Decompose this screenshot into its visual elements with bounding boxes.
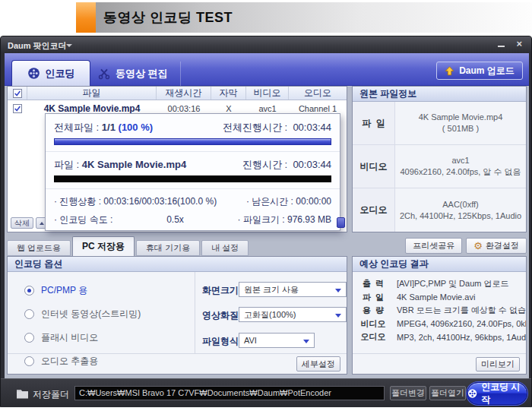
tab-video-edit-label: 동영상 편집 xyxy=(116,67,168,81)
column-duration[interactable]: 재생시간 xyxy=(157,87,211,100)
file-row-video: avc1 xyxy=(246,104,289,113)
column-audio[interactable]: 오디오 xyxy=(289,87,347,100)
upload-arrow-icon xyxy=(445,66,454,76)
preset-share-button[interactable]: 프리셋공유 xyxy=(405,238,462,254)
daum-upload-label: Daum 업로드 xyxy=(459,65,515,77)
preset-tab-pc-save[interactable]: PC 저장용 xyxy=(72,236,135,256)
source-info-row-video: 비디오 avc14096x2160, 24.00fps, 알 수 없음 xyxy=(353,145,526,188)
film-reel-icon xyxy=(27,67,40,80)
select-all-checkbox[interactable] xyxy=(13,89,22,98)
gear-icon: ⚙ xyxy=(473,241,483,251)
preset-tab-mobile[interactable]: 휴대 기기용 xyxy=(136,240,200,256)
screen-size-select[interactable]: 원본 크기 사용 xyxy=(239,282,347,297)
radio-pc-pmp[interactable]: PC/PMP 용 xyxy=(24,284,195,297)
source-video-value: avc14096x2160, 24.00fps, 알 수 없음 xyxy=(395,145,526,188)
start-encoding-label: 인코딩 시작 xyxy=(481,381,527,406)
column-subtitle[interactable]: 자막 xyxy=(211,87,246,100)
file-row-audio: Channel 1 xyxy=(289,104,347,113)
encoding-options-panel: 인코딩 옵션 PC/PMP 용 인터넷 동영상(스트리밍) xyxy=(7,256,347,375)
content-area: 파일 재생시간 자막 비디오 오디오 4K Sample Movie.mp xyxy=(5,86,529,378)
radio-internet-streaming[interactable]: 인터넷 동영상(스트리밍) xyxy=(24,308,195,321)
page-banner: 동영상 인코딩 TEST xyxy=(76,2,532,33)
source-file-value: 4K Sample Movie.mp4( 501MB ) xyxy=(395,102,526,144)
total-progress-bar xyxy=(54,138,331,145)
screenshot-root: 동영상 인코딩 TEST Daum 팟인코더 × 인코딩 xyxy=(0,0,532,411)
file-list-header: 파일 재생시간 자막 비디오 오디오 xyxy=(8,87,347,100)
time-remaining: · 남은시간 : 00:00:00 xyxy=(246,195,331,208)
preset-tab-web-upload[interactable]: 웹 업로드용 xyxy=(7,240,71,256)
result-row-audio: 오디오 MP3, 2ch, 44100Hz, 96kbps, 1Audio xyxy=(353,330,526,344)
file-row-subtitle: X xyxy=(211,104,246,113)
format-select[interactable]: AVI xyxy=(239,333,315,348)
daum-upload-button[interactable]: Daum 업로드 xyxy=(436,62,523,80)
encode-speed-value: 0.5x xyxy=(112,214,237,225)
dropdown-arrow-icon xyxy=(303,340,309,343)
radio-icon xyxy=(24,286,34,296)
encoding-options-title: 인코딩 옵션 xyxy=(8,257,347,272)
radio-icon xyxy=(24,333,34,343)
result-row-file: 파 일 4K Sample Movie.avi xyxy=(353,291,526,305)
select-all-cell xyxy=(8,87,27,100)
save-path-input[interactable]: C:₩Users₩MSI Bravo 17 C7VF₩Documents₩Dau… xyxy=(74,386,385,400)
window-title: Daum 팟인코더 xyxy=(8,40,67,52)
encode-speed-label: · 인코딩 속도 : xyxy=(54,213,112,226)
preset-tab-strip: 웹 업로드용 PC 저장용 휴대 기기용 내 설정 프리셋공유 ⚙ 환경설정 xyxy=(7,236,527,256)
source-info-title: 원본 파일정보 xyxy=(353,87,526,102)
tab-encoding-label: 인코딩 xyxy=(46,67,75,81)
folder-icon xyxy=(16,388,29,399)
result-row-video: 비디오 MPEG4, 4096x2160, 24.00Fps, 0kbps xyxy=(353,318,526,331)
file-row-checkbox[interactable] xyxy=(13,104,22,113)
scissors-icon xyxy=(98,68,110,80)
main-tab-bar: 인코딩 동영상 편집 Daum 업로드 xyxy=(5,53,529,86)
minimize-button[interactable] xyxy=(498,40,505,49)
total-files: 전체파일 : 1/1 (100 %) xyxy=(54,121,153,134)
encoding-progress-overlay: 전체파일 : 1/1 (100 %) 전체진행시간 : 00:03:44 파일 … xyxy=(45,113,340,231)
quality-select[interactable]: 고화질(100%) xyxy=(239,307,347,322)
source-info-row-audio: 오디오 AAC(0xff)2Ch, 44100Hz, 125Kbps, 1Aud… xyxy=(353,188,526,232)
radio-icon xyxy=(24,309,34,319)
source-video-label: 비디오 xyxy=(353,145,395,188)
start-encoding-button[interactable]: 인코딩 시작 xyxy=(467,382,527,405)
change-folder-button[interactable]: 폴더변경 xyxy=(390,386,426,400)
current-file: 파일 : 4K Sample Movie.mp4 xyxy=(54,158,186,172)
dropdown-arrow-icon xyxy=(335,289,341,292)
result-row-output: 출 력 [AVI]PC,PMP 및 Daum 업로드 xyxy=(353,277,526,291)
column-file[interactable]: 파일 xyxy=(27,87,157,100)
delete-file-button[interactable]: 삭제 xyxy=(11,217,33,229)
open-folder-button[interactable]: 폴더열기 xyxy=(429,386,466,400)
source-info-row-file: 파 일 4K Sample Movie.mp4( 501MB ) xyxy=(353,102,526,145)
settings-label: 환경설정 xyxy=(486,240,519,251)
source-audio-label: 오디오 xyxy=(353,188,395,232)
source-audio-value: AAC(0xff)2Ch, 44100Hz, 125Kbps, 1Audio xyxy=(395,188,526,232)
file-progress-bar xyxy=(54,175,331,182)
file-elapsed: 진행시간 : 00:03:44 xyxy=(242,158,331,172)
progress-status: · 진행상황 : 00:03:16/00:03:16(100.0 %) xyxy=(54,195,217,208)
close-button[interactable]: × xyxy=(516,40,522,49)
expected-result-panel: 예상 인코딩 결과 출 력 [AVI]PC,PMP 및 Daum 업로드 파 일… xyxy=(352,256,527,375)
file-row-check-cell xyxy=(8,104,27,113)
file-row-name: 4K Sample Movie.mp4 xyxy=(27,103,157,114)
page-title: 동영상 인코딩 TEST xyxy=(103,2,233,33)
chevron-down-icon[interactable] xyxy=(66,44,72,47)
settings-button[interactable]: ⚙ 환경설정 xyxy=(466,238,527,254)
tab-encoding[interactable]: 인코딩 xyxy=(11,60,90,86)
source-info-panel: 원본 파일정보 파 일 4K Sample Movie.mp4( 501MB )… xyxy=(352,86,527,232)
save-folder-label: 저장폴더 xyxy=(33,388,69,401)
app-window: Daum 팟인코더 × 인코딩 xyxy=(0,36,532,407)
quality-label: 영상화질 xyxy=(202,309,239,322)
preview-button[interactable]: 미리보기 xyxy=(476,357,520,371)
preset-tab-my-settings[interactable]: 내 설정 xyxy=(201,240,249,256)
source-file-label: 파 일 xyxy=(353,102,395,144)
output-size: · 파일크기 : 976.93 MB xyxy=(238,213,331,226)
radio-flash-video[interactable]: 플래시 비디오 xyxy=(24,331,195,344)
result-row-size: 용 량 VBR 모드는 크기를 예상할 수 없습니다. xyxy=(353,304,526,318)
column-video[interactable]: 비디오 xyxy=(246,87,289,100)
banner-accent-block xyxy=(76,2,96,33)
detail-settings-button[interactable]: 세부설정 xyxy=(296,356,340,371)
tab-video-edit[interactable]: 동영상 편집 xyxy=(90,62,181,86)
triangle-up-icon xyxy=(40,222,44,225)
file-row-duration: 00:03:16 xyxy=(157,104,211,113)
check-icon xyxy=(14,105,21,112)
title-bar[interactable]: Daum 팟인코더 × xyxy=(1,36,531,53)
scrollbar-down-button[interactable] xyxy=(337,217,345,228)
